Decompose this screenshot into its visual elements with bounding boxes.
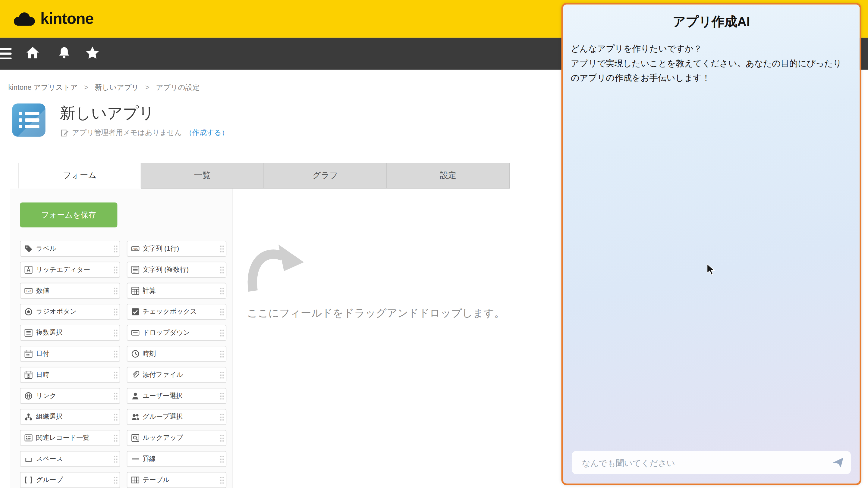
field-item[interactable]: 文字列 (複数行) xyxy=(127,262,227,278)
create-memo-link[interactable]: （作成する） xyxy=(185,128,228,138)
group-icon xyxy=(24,476,33,484)
date-icon xyxy=(24,350,33,358)
text-single-icon: ABC xyxy=(131,245,139,253)
attachment-icon xyxy=(131,371,139,379)
home-icon[interactable] xyxy=(25,46,40,61)
user-icon xyxy=(131,392,139,400)
drag-handle-icon[interactable] xyxy=(113,476,118,484)
drag-handle-icon[interactable] xyxy=(220,287,224,295)
number-icon: 123 xyxy=(24,287,33,295)
drag-handle-icon[interactable] xyxy=(113,371,118,379)
tab-bar: フォーム 一覧 グラフ 設定 xyxy=(19,163,510,189)
drag-handle-icon[interactable] xyxy=(220,307,224,316)
field-item[interactable]: リンク xyxy=(20,388,120,404)
related-icon xyxy=(24,434,33,442)
form-fields-palette: フォームを保存 ラベル リッチエディター 123 数値 xyxy=(10,189,232,488)
drag-handle-icon[interactable] xyxy=(220,455,224,463)
drag-handle-icon[interactable] xyxy=(113,307,118,316)
app-icon[interactable] xyxy=(12,103,45,136)
ai-chat-input[interactable] xyxy=(581,457,832,468)
brand-name: kintone xyxy=(40,10,93,28)
multiselect-icon xyxy=(24,329,33,337)
field-item[interactable]: テーブル xyxy=(127,472,227,488)
hamburger-menu-icon[interactable] xyxy=(0,48,12,59)
drop-hint-text: ここにフィールドをドラッグアンドドロップします。 xyxy=(247,306,505,321)
kintone-logo[interactable]: kintone xyxy=(13,10,93,28)
drag-handle-icon[interactable] xyxy=(220,371,224,379)
field-item[interactable]: ABC 文字列 (1行) xyxy=(127,241,227,257)
space-icon xyxy=(24,455,33,463)
drag-handle-icon[interactable] xyxy=(220,434,224,442)
ai-message: どんなアプリを作りたいですか？ アプリで実現したいことを教えてください。あなたの… xyxy=(563,30,860,86)
favorites-star-icon[interactable] xyxy=(85,46,100,62)
time-icon xyxy=(131,350,139,358)
link-icon xyxy=(24,392,33,400)
mouse-cursor xyxy=(705,263,716,275)
kintone-cloud-icon xyxy=(13,11,35,27)
tab-settings[interactable]: 設定 xyxy=(387,163,510,189)
drag-handle-icon[interactable] xyxy=(113,287,118,295)
ai-input-row xyxy=(572,451,851,474)
drag-handle-icon[interactable] xyxy=(220,476,224,484)
calc-icon xyxy=(131,287,139,295)
drag-handle-icon[interactable] xyxy=(113,329,118,337)
drag-handle-icon[interactable] xyxy=(113,455,118,463)
drag-handle-icon[interactable] xyxy=(220,245,224,253)
field-item[interactable]: ラベル xyxy=(20,241,120,257)
tab-graph[interactable]: グラフ xyxy=(264,163,387,189)
drag-handle-icon[interactable] xyxy=(220,329,224,337)
field-item[interactable]: リッチエディター xyxy=(20,262,120,278)
field-item[interactable]: 計算 xyxy=(127,283,227,299)
checkbox-icon xyxy=(131,307,139,316)
dropdown-icon xyxy=(131,329,139,337)
table-icon xyxy=(131,476,139,484)
svg-text:ABC: ABC xyxy=(132,247,138,250)
field-item[interactable]: グループ xyxy=(20,472,120,488)
field-item[interactable]: ルックアップ xyxy=(127,430,227,446)
ai-assistant-panel: アプリ作成AI どんなアプリを作りたいですか？ アプリで実現したいことを教えてく… xyxy=(561,3,861,485)
save-form-button[interactable]: フォームを保存 xyxy=(20,202,117,227)
send-icon[interactable] xyxy=(832,456,844,468)
ai-panel-title: アプリ作成AI xyxy=(563,4,860,30)
admin-memo-row: アプリ管理者用メモはありません （作成する） xyxy=(61,128,228,138)
drag-handle-icon[interactable] xyxy=(113,434,118,442)
lookup-icon xyxy=(131,434,139,442)
svg-text:123: 123 xyxy=(26,290,31,293)
drag-handle-icon[interactable] xyxy=(113,266,118,274)
tab-list[interactable]: 一覧 xyxy=(141,163,264,189)
drag-handle-icon[interactable] xyxy=(220,266,224,274)
drag-handle-icon[interactable] xyxy=(220,413,224,421)
field-item[interactable]: 関連レコード一覧 xyxy=(20,430,120,446)
field-item[interactable]: 添付ファイル xyxy=(127,367,227,383)
datetime-icon xyxy=(24,371,33,379)
breadcrumb-app-store[interactable]: kintone アプリストア xyxy=(8,83,78,92)
drag-handle-icon[interactable] xyxy=(220,350,224,358)
notifications-bell-icon[interactable] xyxy=(58,46,71,62)
tag-icon xyxy=(24,245,33,253)
field-item[interactable]: チェックボックス xyxy=(127,304,227,320)
field-item[interactable]: ラジオボタン xyxy=(20,304,120,320)
memo-icon xyxy=(61,129,69,137)
field-item[interactable]: グループ選択 xyxy=(127,409,227,425)
drag-handle-icon[interactable] xyxy=(220,392,224,400)
field-item[interactable]: 複数選択 xyxy=(20,325,120,341)
drag-handle-icon[interactable] xyxy=(113,245,118,253)
memo-text: アプリ管理者用メモはありません xyxy=(72,128,182,138)
breadcrumb-new-app[interactable]: 新しいアプリ xyxy=(95,83,138,92)
drag-handle-icon[interactable] xyxy=(113,392,118,400)
drag-handle-icon[interactable] xyxy=(113,350,118,358)
field-item[interactable]: 時刻 xyxy=(127,346,227,362)
field-item[interactable]: 組織選択 xyxy=(20,409,120,425)
field-item[interactable]: 罫線 xyxy=(127,451,227,467)
drag-handle-icon[interactable] xyxy=(113,413,118,421)
field-item[interactable]: 123 数値 xyxy=(20,283,120,299)
breadcrumb-current: アプリの設定 xyxy=(156,83,200,92)
tab-form[interactable]: フォーム xyxy=(19,163,141,189)
radio-icon xyxy=(24,307,33,316)
field-item[interactable]: 日時 xyxy=(20,367,120,383)
hr-icon xyxy=(131,455,139,463)
field-item[interactable]: スペース xyxy=(20,451,120,467)
field-item[interactable]: ユーザー選択 xyxy=(127,388,227,404)
field-item[interactable]: 日付 xyxy=(20,346,120,362)
field-item[interactable]: ドロップダウン xyxy=(127,325,227,341)
